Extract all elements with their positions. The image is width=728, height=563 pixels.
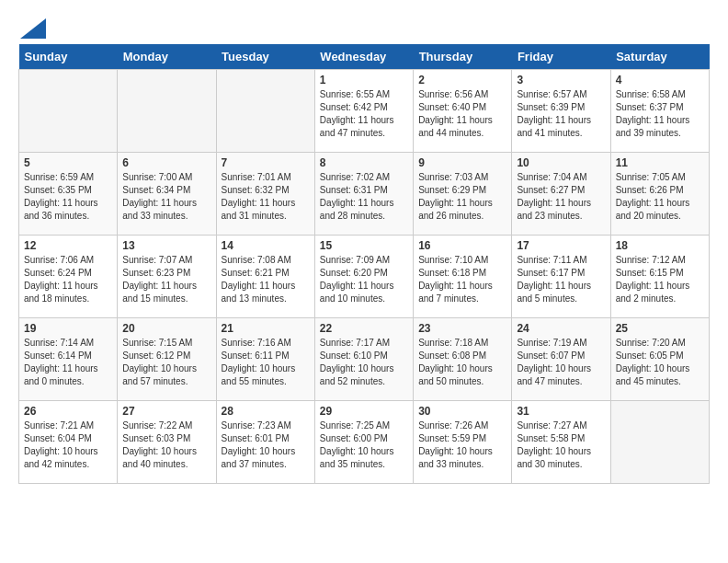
day-number: 25 — [616, 322, 704, 335]
day-of-week-header: Tuesday — [216, 44, 314, 70]
day-number: 1 — [320, 74, 408, 86]
svg-marker-0 — [20, 18, 46, 39]
calendar-cell: 27Sunrise: 7:22 AM Sunset: 6:03 PM Dayli… — [118, 401, 216, 484]
calendar-cell: 12Sunrise: 7:06 AM Sunset: 6:24 PM Dayli… — [19, 236, 118, 318]
day-info: Sunrise: 7:27 AM Sunset: 5:58 PM Dayligh… — [517, 419, 605, 471]
day-info: Sunrise: 7:15 AM Sunset: 6:12 PM Dayligh… — [122, 337, 210, 388]
day-info: Sunrise: 7:05 AM Sunset: 6:26 PM Dayligh… — [616, 171, 704, 223]
calendar-cell — [19, 70, 118, 153]
calendar-cell: 29Sunrise: 7:25 AM Sunset: 6:00 PM Dayli… — [314, 401, 413, 484]
day-number: 22 — [320, 322, 408, 335]
calendar-week-row: 19Sunrise: 7:14 AM Sunset: 6:14 PM Dayli… — [19, 318, 710, 401]
day-number: 27 — [122, 405, 210, 418]
day-number: 21 — [222, 322, 310, 335]
calendar-cell: 23Sunrise: 7:18 AM Sunset: 6:08 PM Dayli… — [414, 318, 512, 401]
day-number: 16 — [418, 239, 506, 252]
calendar-cell: 19Sunrise: 7:14 AM Sunset: 6:14 PM Dayli… — [19, 318, 118, 401]
day-number: 14 — [222, 239, 310, 252]
day-info: Sunrise: 7:17 AM Sunset: 6:10 PM Dayligh… — [320, 337, 408, 388]
day-number: 5 — [24, 156, 112, 169]
calendar-cell: 13Sunrise: 7:07 AM Sunset: 6:23 PM Dayli… — [118, 236, 216, 318]
day-info: Sunrise: 7:22 AM Sunset: 6:03 PM Dayligh… — [122, 419, 210, 471]
day-info: Sunrise: 7:06 AM Sunset: 6:24 PM Dayligh… — [24, 254, 112, 305]
calendar-cell: 8Sunrise: 7:02 AM Sunset: 6:31 PM Daylig… — [314, 153, 413, 236]
day-info: Sunrise: 7:12 AM Sunset: 6:15 PM Dayligh… — [616, 254, 704, 305]
day-number: 31 — [517, 405, 605, 418]
calendar-cell: 16Sunrise: 7:10 AM Sunset: 6:18 PM Dayli… — [414, 236, 512, 318]
day-number: 7 — [222, 156, 310, 169]
page-header — [18, 18, 710, 35]
calendar-cell: 1Sunrise: 6:55 AM Sunset: 6:42 PM Daylig… — [314, 70, 413, 153]
calendar-cell: 21Sunrise: 7:16 AM Sunset: 6:11 PM Dayli… — [216, 318, 314, 401]
calendar-week-row: 1Sunrise: 6:55 AM Sunset: 6:42 PM Daylig… — [19, 70, 710, 153]
calendar-cell: 11Sunrise: 7:05 AM Sunset: 6:26 PM Dayli… — [610, 153, 709, 236]
day-of-week-header: Monday — [118, 44, 216, 70]
calendar-cell: 18Sunrise: 7:12 AM Sunset: 6:15 PM Dayli… — [610, 236, 709, 318]
day-info: Sunrise: 7:03 AM Sunset: 6:29 PM Dayligh… — [418, 171, 506, 223]
calendar-cell: 9Sunrise: 7:03 AM Sunset: 6:29 PM Daylig… — [414, 153, 512, 236]
day-info: Sunrise: 7:16 AM Sunset: 6:11 PM Dayligh… — [222, 337, 310, 388]
day-number: 18 — [616, 239, 704, 252]
calendar-cell — [216, 70, 314, 153]
day-number: 19 — [24, 322, 112, 335]
calendar-cell: 17Sunrise: 7:11 AM Sunset: 6:17 PM Dayli… — [512, 236, 610, 318]
day-number: 4 — [616, 74, 704, 86]
calendar-cell: 14Sunrise: 7:08 AM Sunset: 6:21 PM Dayli… — [216, 236, 314, 318]
calendar-week-row: 5Sunrise: 6:59 AM Sunset: 6:35 PM Daylig… — [19, 153, 710, 236]
calendar-cell: 2Sunrise: 6:56 AM Sunset: 6:40 PM Daylig… — [414, 70, 512, 153]
day-info: Sunrise: 6:57 AM Sunset: 6:39 PM Dayligh… — [517, 88, 605, 140]
day-info: Sunrise: 6:56 AM Sunset: 6:40 PM Dayligh… — [418, 88, 506, 140]
day-of-week-header: Saturday — [610, 44, 709, 70]
day-number: 3 — [517, 74, 605, 86]
calendar-cell: 4Sunrise: 6:58 AM Sunset: 6:37 PM Daylig… — [610, 70, 709, 153]
day-info: Sunrise: 7:26 AM Sunset: 5:59 PM Dayligh… — [418, 419, 506, 471]
calendar-cell: 20Sunrise: 7:15 AM Sunset: 6:12 PM Dayli… — [118, 318, 216, 401]
calendar-cell: 6Sunrise: 7:00 AM Sunset: 6:34 PM Daylig… — [118, 153, 216, 236]
day-number: 10 — [517, 156, 605, 169]
calendar-cell: 30Sunrise: 7:26 AM Sunset: 5:59 PM Dayli… — [414, 401, 512, 484]
day-info: Sunrise: 7:18 AM Sunset: 6:08 PM Dayligh… — [418, 337, 506, 388]
logo-icon — [20, 18, 46, 39]
day-info: Sunrise: 7:21 AM Sunset: 6:04 PM Dayligh… — [24, 419, 112, 471]
calendar-cell — [118, 70, 216, 153]
day-info: Sunrise: 7:10 AM Sunset: 6:18 PM Dayligh… — [418, 254, 506, 305]
calendar-cell: 28Sunrise: 7:23 AM Sunset: 6:01 PM Dayli… — [216, 401, 314, 484]
day-info: Sunrise: 6:59 AM Sunset: 6:35 PM Dayligh… — [24, 171, 112, 223]
day-number: 28 — [222, 405, 310, 418]
day-number: 17 — [517, 239, 605, 252]
day-number: 11 — [616, 156, 704, 169]
day-of-week-header: Thursday — [414, 44, 512, 70]
calendar-week-row: 12Sunrise: 7:06 AM Sunset: 6:24 PM Dayli… — [19, 236, 710, 318]
calendar-cell — [610, 401, 709, 484]
day-info: Sunrise: 6:55 AM Sunset: 6:42 PM Dayligh… — [320, 88, 408, 140]
day-info: Sunrise: 7:04 AM Sunset: 6:27 PM Dayligh… — [517, 171, 605, 223]
day-number: 24 — [517, 322, 605, 335]
day-number: 8 — [320, 156, 408, 169]
day-info: Sunrise: 7:25 AM Sunset: 6:00 PM Dayligh… — [320, 419, 408, 471]
day-info: Sunrise: 7:00 AM Sunset: 6:34 PM Dayligh… — [122, 171, 210, 223]
calendar-table: SundayMondayTuesdayWednesdayThursdayFrid… — [18, 44, 710, 484]
calendar-cell: 5Sunrise: 6:59 AM Sunset: 6:35 PM Daylig… — [19, 153, 118, 236]
days-header-row: SundayMondayTuesdayWednesdayThursdayFrid… — [19, 44, 710, 70]
day-info: Sunrise: 7:11 AM Sunset: 6:17 PM Dayligh… — [517, 254, 605, 305]
calendar-cell: 10Sunrise: 7:04 AM Sunset: 6:27 PM Dayli… — [512, 153, 610, 236]
calendar-cell: 31Sunrise: 7:27 AM Sunset: 5:58 PM Dayli… — [512, 401, 610, 484]
day-number: 20 — [122, 322, 210, 335]
day-number: 9 — [418, 156, 506, 169]
calendar-cell: 24Sunrise: 7:19 AM Sunset: 6:07 PM Dayli… — [512, 318, 610, 401]
day-info: Sunrise: 7:14 AM Sunset: 6:14 PM Dayligh… — [24, 337, 112, 388]
calendar-cell: 15Sunrise: 7:09 AM Sunset: 6:20 PM Dayli… — [314, 236, 413, 318]
day-info: Sunrise: 7:08 AM Sunset: 6:21 PM Dayligh… — [222, 254, 310, 305]
day-number: 23 — [418, 322, 506, 335]
day-info: Sunrise: 6:58 AM Sunset: 6:37 PM Dayligh… — [616, 88, 704, 140]
day-number: 6 — [122, 156, 210, 169]
day-number: 15 — [320, 239, 408, 252]
day-number: 12 — [24, 239, 112, 252]
day-info: Sunrise: 7:01 AM Sunset: 6:32 PM Dayligh… — [222, 171, 310, 223]
day-info: Sunrise: 7:02 AM Sunset: 6:31 PM Dayligh… — [320, 171, 408, 223]
calendar-cell: 3Sunrise: 6:57 AM Sunset: 6:39 PM Daylig… — [512, 70, 610, 153]
day-number: 30 — [418, 405, 506, 418]
day-of-week-header: Friday — [512, 44, 610, 70]
calendar-cell: 22Sunrise: 7:17 AM Sunset: 6:10 PM Dayli… — [314, 318, 413, 401]
day-number: 13 — [122, 239, 210, 252]
